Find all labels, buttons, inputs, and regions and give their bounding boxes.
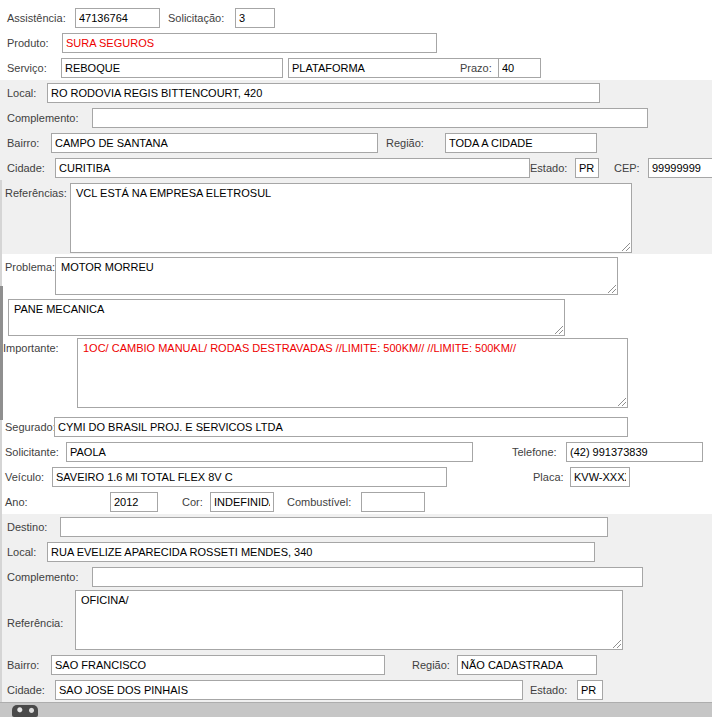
label-estado: Estado: <box>530 158 567 178</box>
label-cor: Cor: <box>182 492 203 512</box>
cidade-destino-input[interactable] <box>55 680 523 700</box>
complemento-destino-input[interactable] <box>92 567 643 587</box>
label-referencia-destino: Referência: <box>7 613 63 633</box>
solicitacao-input[interactable] <box>235 8 275 28</box>
referencia-destino-textarea[interactable]: OFICINA/ <box>75 590 623 650</box>
prazo-input[interactable] <box>498 58 541 78</box>
label-local-destino: Local: <box>7 542 36 562</box>
label-referencias: Referências: <box>5 183 67 203</box>
importante-textarea[interactable]: 1OC/ CAMBIO MANUAL/ RODAS DESTRAVADAS //… <box>77 338 628 408</box>
partial-vehicle-icon <box>12 705 38 717</box>
local-input[interactable] <box>47 83 600 103</box>
produto-input[interactable] <box>62 33 437 53</box>
label-bairro: Bairro: <box>7 133 39 153</box>
label-complemento-destino: Complemento: <box>7 567 79 587</box>
label-ano: Ano: <box>5 492 28 512</box>
bairro-destino-input[interactable] <box>51 655 385 675</box>
problema-textarea[interactable]: MOTOR MORREU <box>55 257 618 295</box>
label-cep: CEP: <box>614 158 640 178</box>
label-importante: Importante: <box>3 338 59 358</box>
problema-detail-textarea[interactable]: PANE MECANICA <box>8 299 565 336</box>
ano-input[interactable] <box>110 492 158 512</box>
combustivel-input[interactable] <box>361 492 425 512</box>
label-complemento: Complemento: <box>7 108 79 128</box>
label-produto: Produto: <box>7 33 49 53</box>
bottom-bar <box>0 702 712 717</box>
regiao-input[interactable] <box>445 133 597 153</box>
label-problema: Problema: <box>5 257 55 277</box>
segurado-input[interactable] <box>54 417 628 437</box>
destino-input[interactable] <box>60 517 608 537</box>
local-destino-input[interactable] <box>47 542 595 562</box>
telefone-input[interactable] <box>566 442 703 462</box>
label-local: Local: <box>7 83 36 103</box>
servico-input-1[interactable] <box>61 58 283 78</box>
cep-input[interactable] <box>648 158 712 178</box>
left-panel-edge <box>0 180 2 702</box>
label-servico: Serviço: <box>7 58 47 78</box>
label-bairro-destino: Bairro: <box>7 655 39 675</box>
assistencia-input[interactable] <box>75 8 160 28</box>
label-placa: Placa: <box>533 467 564 487</box>
label-regiao: Região: <box>386 133 424 153</box>
label-segurado: Segurado: <box>5 417 56 437</box>
label-cidade: Cidade: <box>7 158 45 178</box>
regiao-destino-input[interactable] <box>457 655 597 675</box>
label-assistencia: Assistência: <box>7 8 66 28</box>
complemento-input[interactable] <box>92 108 648 128</box>
label-estado-destino: Estado: <box>530 680 567 700</box>
label-veiculo: Veículo: <box>5 467 44 487</box>
cor-input[interactable] <box>210 492 274 512</box>
label-combustivel: Combustível: <box>287 492 351 512</box>
solicitante-input[interactable] <box>66 442 473 462</box>
veiculo-input[interactable] <box>52 467 447 487</box>
label-solicitante: Solicitante: <box>5 442 59 462</box>
bairro-input[interactable] <box>51 133 378 153</box>
cidade-input[interactable] <box>55 158 530 178</box>
label-destino: Destino: <box>7 517 47 537</box>
label-telefone: Telefone: <box>512 442 557 462</box>
referencias-textarea[interactable]: VCL ESTÁ NA EMPRESA ELETROSUL <box>70 183 632 253</box>
label-regiao-destino: Região: <box>412 655 450 675</box>
placa-input[interactable] <box>570 467 630 487</box>
estado-input[interactable] <box>575 158 599 178</box>
label-cidade-destino: Cidade: <box>7 680 45 700</box>
estado-destino-input[interactable] <box>577 680 603 700</box>
label-solicitacao: Solicitação: <box>168 8 224 28</box>
label-prazo: Prazo: <box>460 58 492 78</box>
